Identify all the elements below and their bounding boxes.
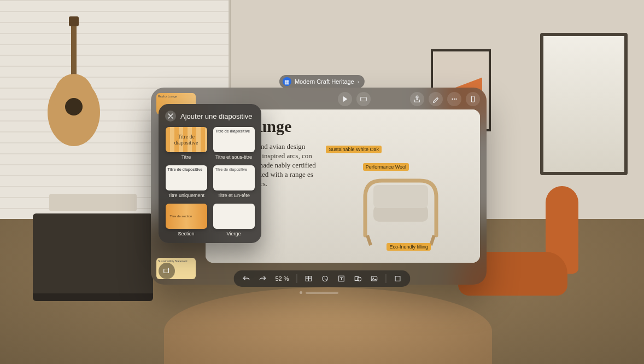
close-button[interactable]: [165, 111, 176, 122]
format-button[interactable]: [429, 92, 443, 106]
template-title-only[interactable]: Titre de diapositive Titre uniquement: [165, 165, 207, 198]
add-slide-popover: Ajouter une diapositive Titre de diaposi…: [159, 104, 261, 243]
insert-table-button[interactable]: [302, 271, 316, 286]
bottom-toolbar: 52 %: [233, 270, 410, 287]
template-title-subtitle[interactable]: Titre de diapositive Titre et sous-titre: [213, 127, 255, 160]
device-button[interactable]: [466, 92, 480, 106]
slide-template-grid: Titre de diapositive Titre Titre de diap…: [165, 127, 255, 236]
insert-shape-button[interactable]: [351, 271, 365, 286]
insert-media-button[interactable]: [367, 271, 382, 286]
insert-text-button[interactable]: [335, 271, 349, 286]
app-icon: ▦: [283, 77, 291, 86]
template-blank[interactable]: Vierge: [213, 204, 255, 236]
thumb-text: Titre de section: [168, 215, 192, 218]
svg-line-14: [431, 235, 434, 245]
svg-point-3: [65, 98, 83, 115]
template-label: Titre et sous-titre: [215, 154, 252, 160]
undo-button[interactable]: [239, 271, 253, 286]
thumb-text: Titre de diapositive: [168, 134, 205, 146]
room-window: [540, 33, 628, 175]
cabinet: [33, 213, 153, 301]
template-label: Titre et En-tête: [218, 193, 250, 198]
template-section[interactable]: Titre de section Section: [165, 204, 207, 236]
svg-rect-10: [164, 269, 169, 273]
svg-rect-9: [471, 96, 474, 102]
template-title[interactable]: Titre de diapositive Titre: [165, 127, 207, 160]
callout-wool[interactable]: Performance Wool: [363, 163, 409, 171]
svg-point-7: [454, 99, 455, 100]
svg-rect-4: [69, 16, 79, 26]
thumb-blank: [213, 204, 255, 229]
window-resize-handle[interactable]: [300, 291, 344, 294]
thumb-text: Titre de diapositive: [168, 167, 203, 171]
expand-button[interactable]: [391, 271, 405, 286]
separator: [386, 274, 387, 283]
add-slide-button[interactable]: [159, 263, 175, 279]
redo-button[interactable]: [255, 271, 270, 286]
thumb-text: Titre de diapositive: [215, 167, 248, 171]
play-button[interactable]: [338, 92, 352, 106]
callout-fill[interactable]: Eco-friendly filling: [387, 243, 431, 251]
share-button[interactable]: [410, 92, 424, 106]
presenter-display-button[interactable]: [356, 92, 371, 106]
template-label: Titre: [182, 154, 191, 160]
template-label: Titre uniquement: [168, 193, 204, 198]
svg-rect-5: [361, 97, 367, 101]
svg-point-8: [455, 99, 456, 100]
callout-oak[interactable]: Sustainable White Oak: [326, 146, 382, 153]
guitar: [44, 16, 104, 159]
svg-rect-22: [395, 276, 400, 281]
insert-chart-button[interactable]: [318, 271, 332, 286]
thumb-text: Titre de diapositive: [215, 129, 250, 133]
popover-title: Ajouter une diapositive: [180, 112, 253, 120]
svg-rect-20: [371, 276, 377, 281]
document-title: Modern Craft Heritage: [295, 78, 354, 85]
svg-rect-12: [373, 185, 428, 208]
document-title-pill[interactable]: ▦ Modern Craft Heritage ›: [279, 75, 365, 88]
template-label: Section: [178, 231, 194, 236]
template-title-header[interactable]: Titre de diapositive Titre et En-tête: [213, 165, 255, 198]
more-button[interactable]: [447, 92, 461, 106]
zoom-level[interactable]: 52 %: [272, 275, 292, 282]
svg-point-19: [358, 277, 361, 281]
template-label: Vierge: [227, 231, 241, 236]
svg-point-6: [452, 99, 453, 100]
chevron-right-icon: ›: [358, 79, 359, 85]
svg-line-13: [367, 235, 371, 245]
separator: [297, 274, 297, 283]
